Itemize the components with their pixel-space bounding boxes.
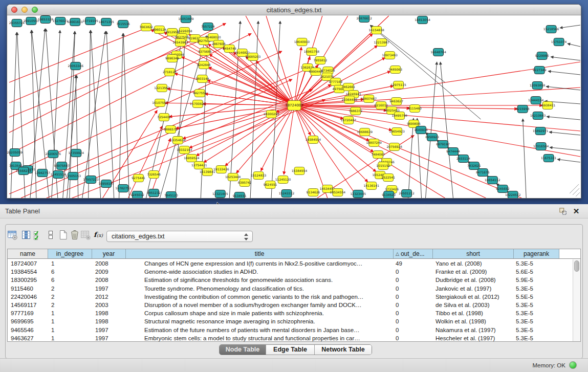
graph-node[interactable]: 9134520 [382,191,396,199]
table-row[interactable]: 969969511998Structural magnetic resonanc… [8,317,573,325]
resize-grip[interactable] [570,184,580,196]
table-row[interactable]: 1456911722003Disruption of a novel membe… [8,301,573,309]
table-row[interactable]: 911546021997Tourette syndrome. Phenomeno… [8,285,573,293]
graph-node[interactable]: 18640910 [294,38,310,46]
graph-node[interactable]: 24501212 [399,190,415,198]
table-column-icon[interactable] [20,229,32,240]
table-row[interactable]: 946554611997Estimation of the future num… [8,326,573,334]
graph-node[interactable]: 8471676 [476,169,490,177]
graph-node[interactable]: 7462661 [341,83,355,91]
column-header-pagerank[interactable]: pagerank [514,249,559,258]
graph-edge[interactable] [549,132,580,135]
graph-node[interactable]: 9134626 [307,189,320,196]
column-header-short[interactable]: short [433,249,514,258]
network-window-titlebar[interactable]: citations_edges.txt [7,5,581,15]
graph-node[interactable]: 8395742 [238,179,252,187]
graph-node[interactable]: 6879197 [436,141,450,148]
graph-edge[interactable] [91,30,100,198]
graph-node[interactable]: 10253448 [225,173,241,181]
graph-node[interactable]: 7254402 [157,114,171,121]
graph-node[interactable]: 9229986 [535,52,549,60]
graph-node[interactable]: 9624551 [264,181,277,189]
graph-node[interactable]: 7326546 [147,171,161,179]
graph-node[interactable]: 11700826 [190,100,206,108]
graph-node[interactable]: 9245012 [130,191,144,199]
graph-edge[interactable] [551,57,580,60]
graph-node[interactable]: 13505153 [66,172,81,180]
graph-edge[interactable] [11,32,17,198]
graph-node[interactable]: 12323445 [351,190,366,198]
graph-node[interactable]: 13942757 [35,169,51,177]
graph-node[interactable]: 9474444 [446,148,460,156]
table-scrollbar-thumb[interactable] [574,260,579,272]
graph-node[interactable]: 11245120 [275,176,291,184]
graph-node[interactable]: 90975887 [54,162,70,170]
column-header-out_de[interactable]: △out_de... [394,249,433,258]
graph-node[interactable]: 7557224 [201,23,215,31]
graph-node[interactable]: 15751074 [551,38,567,46]
graph-node[interactable]: 2718126 [163,69,177,76]
graph-node[interactable]: 14671355 [98,18,114,26]
graph-node[interactable]: 10653328 [38,16,54,24]
graph-node[interactable]: 9777169 [329,78,343,86]
graph-node[interactable]: 8451232 [147,189,161,197]
graph-node[interactable]: 19133436 [213,166,229,173]
graph-node[interactable]: 16961758 [304,48,320,56]
graph-node[interactable]: 16648784 [430,49,446,56]
tab-node-table[interactable]: Node Table [220,345,266,355]
graph-node[interactable]: 20206576 [46,150,61,158]
table-row[interactable]: 946362711997Embryonic stem cells: a mode… [8,334,573,342]
graph-edge[interactable] [123,33,129,198]
table-row[interactable]: 1872400712008Changes of HCN gene express… [8,259,573,268]
graph-node[interactable]: 15384554 [292,167,308,175]
graph-node[interactable]: 20355724 [9,19,25,27]
graph-node[interactable]: 10688639 [357,128,373,136]
graph-node[interactable]: 64661610 [68,18,83,26]
graph-node[interactable]: 9227349 [533,67,547,74]
graph-edge[interactable] [82,31,106,198]
graph-node[interactable]: 15276021 [53,17,69,25]
graph-node[interactable]: 7515536 [116,20,130,28]
graph-node[interactable]: 12213563 [154,84,170,92]
graph-node[interactable]: 16210643 [530,112,546,120]
graph-node[interactable]: 15218566 [543,26,559,33]
graph-node[interactable]: 3375685 [198,48,212,56]
graph-node[interactable]: 12093858 [530,82,546,90]
table-source-select[interactable]: citations_edges.txt [106,231,253,242]
graph-node[interactable]: 13354634 [170,137,186,144]
graph-node[interactable]: 8215958 [516,105,530,113]
memory-status-indicator[interactable] [569,361,577,369]
graph-node[interactable]: 20053346 [68,62,84,70]
graph-node[interactable]: 9245652 [496,185,510,193]
graph-edge[interactable] [119,33,123,198]
graph-node[interactable]: 15892971 [533,127,549,135]
graph-node[interactable]: 7485063 [388,66,402,74]
graph-node[interactable]: 16053809 [178,15,194,23]
graph-node[interactable]: 8960124 [153,26,166,34]
graph-edge[interactable] [256,61,294,105]
graph-node[interactable]: 1015152 [376,162,390,170]
graph-node[interactable]: 9427552 [193,90,207,97]
column-header-name[interactable]: name [8,249,48,258]
graph-edge[interactable] [523,119,527,198]
graph-node[interactable]: 15124833 [251,172,267,180]
table-row[interactable]: 1830029562008Estimation of significance … [8,276,573,284]
show-rows-icon[interactable] [45,229,56,240]
tab-edge-table[interactable]: Edge Table [266,345,314,355]
graph-node[interactable]: 18724007 [285,101,303,111]
graph-node[interactable]: 9463627 [389,98,403,105]
graph-node[interactable]: 20876612 [357,15,373,23]
column-header-year[interactable]: year [92,249,126,258]
graph-edge[interactable] [560,25,580,28]
graph-node[interactable]: 15938411 [540,102,556,110]
network-graph[interactable]: 1872400720355724269105511065332815276021… [7,15,581,199]
graph-node[interactable]: 10807487 [361,95,377,103]
graph-edge[interactable] [89,30,91,198]
graph-node[interactable]: 9275441 [132,174,145,182]
trash-icon[interactable] [69,229,80,240]
table-row[interactable]: 977716911998Corpus callosum shape and si… [8,309,573,317]
float-panel-icon[interactable] [558,207,568,216]
graph-node[interactable]: 12975115 [390,81,406,89]
graph-node[interactable]: 19654923 [389,128,405,136]
graph-edge[interactable] [557,159,580,162]
